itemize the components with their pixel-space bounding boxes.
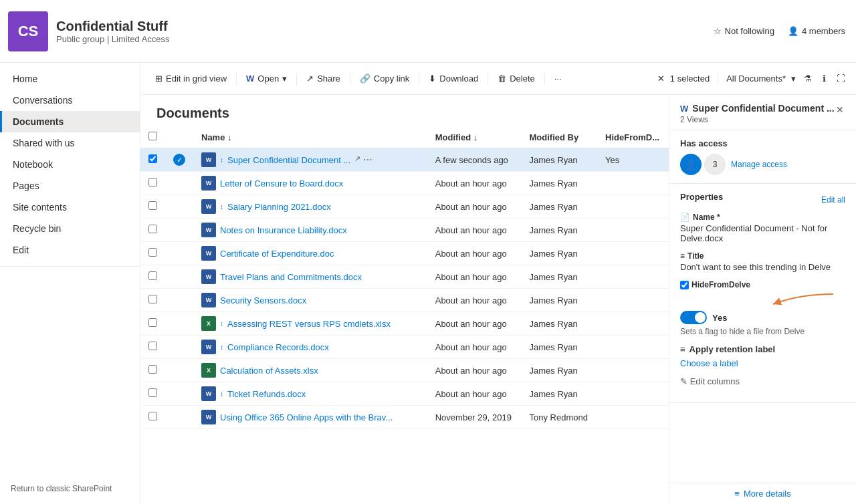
file-name[interactable]: Travel Plans and Commitments.docx [220,272,362,282]
table-row[interactable]: WNotes on Insurance Liability.docx↗⋯Abou… [140,219,669,242]
col-hide-header[interactable]: HideFromD... [597,126,669,148]
row-share-icon[interactable]: ↗ [397,412,403,422]
open-button[interactable]: W Open ▾ [239,70,294,88]
sidebar-item-edit[interactable]: Edit [0,239,140,261]
row-more-icon[interactable]: ⋯ [363,154,372,165]
table-row[interactable]: WLetter of Censure to Board.docx↗⋯About … [140,172,669,195]
row-more-icon[interactable]: ⋯ [319,295,328,305]
toggle-value-label: Yes [712,313,727,323]
row-more-icon[interactable]: ⋯ [374,271,384,282]
sidebar-item-pages[interactable]: Pages [0,175,140,197]
table-row[interactable]: WSecurity Sensors.docx↗⋯About an hour ag… [140,289,669,312]
file-name[interactable]: Super Confidential Document ... [227,155,350,165]
sidebar-item-notebook[interactable]: Notebook [0,154,140,175]
close-selection-icon[interactable]: ✕ [657,74,665,84]
row-more-icon[interactable]: ⋯ [344,201,353,212]
col-name-header[interactable]: Name ↓ [193,126,427,148]
row-more-icon[interactable]: ⋯ [356,178,365,188]
table-row[interactable]: W↕Ticket Refunds.docx↗⋯About an hour ago… [140,382,669,406]
edit-all-link[interactable]: Edit all [821,195,845,205]
table-row[interactable]: WUsing Office 365 Online Apps with the B… [140,406,669,429]
row-more-icon[interactable]: ⋯ [403,318,413,329]
row-share-icon[interactable]: ↗ [333,342,339,352]
file-name[interactable]: Calculation of Assets.xlsx [220,366,318,376]
filter-button[interactable]: ⚗ [801,71,815,86]
row-checkbox[interactable] [148,295,157,303]
panel-close-button[interactable]: ✕ [835,103,845,116]
table-row[interactable]: WTravel Plans and Commitments.docx↗⋯Abou… [140,265,669,289]
download-button[interactable]: ⬇ Download [422,70,485,88]
row-share-icon[interactable]: ↗ [351,225,357,235]
row-checkbox[interactable] [148,225,157,233]
sidebar-item-documents[interactable]: Documents [0,111,140,132]
row-checkbox[interactable] [148,365,157,374]
row-share-icon[interactable]: ↗ [395,318,401,329]
sidebar-item-home[interactable]: Home [0,68,140,90]
delete-button[interactable]: 🗑 Delete [491,70,542,88]
row-share-icon[interactable]: ↗ [335,201,341,212]
row-checkbox[interactable] [148,318,157,327]
table-row[interactable]: W↕Compliance Records.docx↗⋯About an hour… [140,336,669,359]
edit-columns-link[interactable]: ✎ Edit columns [680,376,740,386]
row-more-icon[interactable]: ⋯ [318,388,328,399]
row-checkbox[interactable] [148,342,157,350]
file-name[interactable]: Certificate of Expenditure.doc [220,249,334,259]
table-row[interactable]: WCertificate of Expenditure.doc↗⋯About a… [140,242,669,265]
row-more-icon[interactable]: ⋯ [360,225,369,235]
file-name[interactable]: Letter of Censure to Board.docx [220,178,343,188]
hide-label-text: HideFromDelve [691,280,750,289]
all-docs-chevron-icon[interactable]: ▾ [791,74,796,84]
expand-button[interactable]: ⛶ [834,71,848,86]
file-name[interactable]: Using Office 365 Online Apps with the Br… [220,412,393,422]
edit-grid-view-button[interactable]: ⊞ Edit in grid view [148,70,233,88]
copy-link-button[interactable]: 🔗 Copy link [353,70,416,88]
row-more-icon[interactable]: ⋯ [331,365,340,376]
sidebar-item-shared[interactable]: Shared with us [0,132,140,154]
row-share-icon[interactable]: ↗ [366,271,372,282]
row-share-icon[interactable]: ↗ [354,154,360,165]
table-row[interactable]: XCalculation of Assets.xlsx↗⋯About an ho… [140,359,669,382]
file-name[interactable]: Ticket Refunds.docx [227,389,306,399]
manage-access-link[interactable]: Manage access [731,160,787,169]
row-checkbox[interactable] [148,154,157,163]
file-name[interactable]: Notes on Insurance Liability.docx [220,225,347,235]
row-checkbox[interactable] [148,201,157,210]
all-documents-label[interactable]: All Documents* [726,74,786,84]
row-checkbox[interactable] [148,388,157,397]
row-checkbox[interactable] [148,248,157,257]
sidebar-item-recycle-bin[interactable]: Recycle bin [0,218,140,239]
row-share-icon[interactable]: ↗ [310,388,316,399]
row-share-icon[interactable]: ↗ [322,365,328,376]
file-name[interactable]: Security Sensors.docx [220,295,306,305]
file-name[interactable]: Salary Planning 2021.docx [227,202,331,212]
file-name[interactable]: Compliance Records.docx [227,342,329,352]
row-share-icon[interactable]: ↗ [347,178,353,188]
row-share-icon[interactable]: ↗ [338,248,344,259]
members-button[interactable]: 👤 4 members [788,26,845,36]
file-name[interactable]: Assessing REST versus RPS cmdlets.xlsx [227,319,391,329]
row-share-icon[interactable]: ↗ [310,295,316,305]
choose-label-link[interactable]: Choose a label [680,358,738,368]
col-modified-header[interactable]: Modified ↓ [427,126,522,148]
col-modified-by-header[interactable]: Modified By [522,126,598,148]
row-more-icon[interactable]: ⋯ [405,412,415,422]
share-button[interactable]: ↗ Share [300,70,347,88]
hide-toggle[interactable] [680,311,707,324]
table-row[interactable]: X↕Assessing REST versus RPS cmdlets.xlsx… [140,312,669,336]
sidebar-item-site-contents[interactable]: Site contents [0,197,140,218]
select-all-checkbox[interactable] [148,132,157,140]
more-button[interactable]: ··· [548,70,568,88]
not-following-button[interactable]: ☆ Not following [714,26,774,36]
row-more-icon[interactable]: ⋯ [342,342,351,352]
row-more-icon[interactable]: ⋯ [347,248,356,259]
row-checkbox[interactable] [148,178,157,186]
info-button[interactable]: ℹ [820,71,829,86]
row-checkbox[interactable] [148,271,157,280]
table-row[interactable]: ✓W↕Super Confidential Document ...↗⋯A fe… [140,148,669,172]
table-row[interactable]: W↕Salary Planning 2021.docx↗⋯About an ho… [140,195,669,219]
sidebar-item-conversations[interactable]: Conversations [0,90,140,111]
row-checkbox[interactable] [148,412,157,420]
return-classic-link[interactable]: Return to classic SharePoint [0,479,140,499]
hide-checkbox[interactable] [680,281,689,289]
more-details-bar[interactable]: ≡ More details [669,483,856,504]
